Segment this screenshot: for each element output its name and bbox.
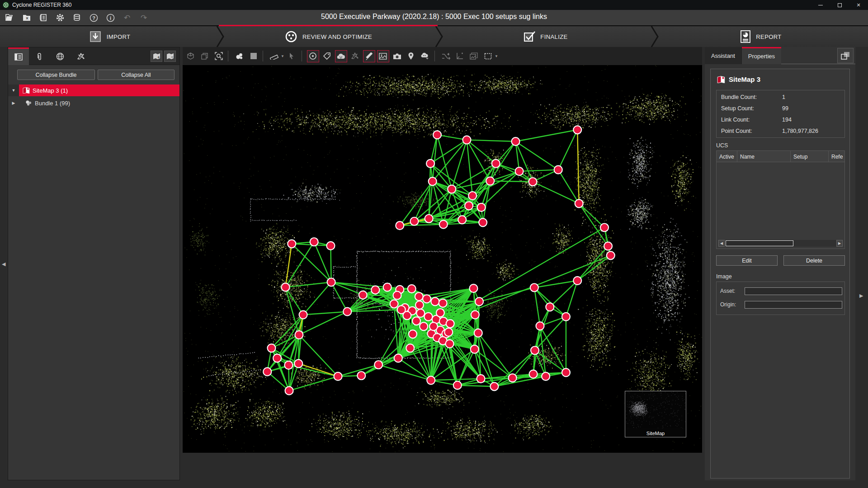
edit-button[interactable]: Edit xyxy=(716,255,778,266)
remove-sitemap-button[interactable]: − xyxy=(164,51,176,62)
storage-database-icon[interactable] xyxy=(70,11,84,24)
origin-input[interactable] xyxy=(745,301,842,309)
workflow-tabbar: IMPORT REVIEW AND OPTIMIZE FINALIZE REPO… xyxy=(0,26,868,47)
property-label: Setup Count: xyxy=(721,105,754,112)
delete-button[interactable]: Delete xyxy=(783,255,845,266)
view-3d-icon[interactable] xyxy=(184,50,197,62)
scroll-left-icon[interactable]: ◀ xyxy=(718,240,725,247)
add-sitemap-button[interactable]: + xyxy=(151,51,162,62)
chevron-divider xyxy=(216,26,225,47)
copy-view-icon[interactable] xyxy=(198,50,211,62)
sitemap-book-icon xyxy=(717,76,725,83)
tab-report[interactable]: REPORT xyxy=(653,26,868,47)
redo-icon[interactable]: ↷ xyxy=(137,11,151,24)
measure-ruler-icon[interactable] xyxy=(268,50,280,62)
property-value: 1 xyxy=(782,94,785,100)
close-button[interactable]: ✕ xyxy=(849,0,868,10)
ucs-column-active[interactable]: Active xyxy=(717,151,737,162)
tab-review-and-optimize[interactable]: REVIEW AND OPTIMIZE xyxy=(219,26,438,47)
marquee-select-icon[interactable] xyxy=(482,50,494,62)
image-view-icon[interactable] xyxy=(377,50,389,62)
tab-properties[interactable]: Properties xyxy=(742,47,781,64)
tag-annotation-icon[interactable] xyxy=(321,50,333,62)
asset-input[interactable] xyxy=(745,287,842,295)
tab-attachments[interactable] xyxy=(29,47,50,65)
report-doc-icon xyxy=(740,30,751,43)
sitemap-viewport[interactable]: ▼ xyxy=(183,47,702,453)
popout-panel-button[interactable] xyxy=(837,48,854,63)
origin-label: Origin: xyxy=(720,301,736,308)
bundle-view-icon[interactable] xyxy=(233,50,245,62)
settings-gear-icon[interactable] xyxy=(53,11,67,24)
image-section-title: Image xyxy=(716,273,732,280)
add-ucs-icon[interactable] xyxy=(454,50,466,62)
project-explorer-icon xyxy=(14,53,23,61)
minimize-button[interactable] xyxy=(811,0,830,10)
screenshot-camera-icon[interactable] xyxy=(391,50,403,62)
selection-title: SiteMap 3 xyxy=(729,75,760,83)
check-box-icon xyxy=(523,30,536,43)
svg-text:×: × xyxy=(26,16,28,21)
tree-item-label: Bundle 1 (99) xyxy=(35,100,70,107)
title-bar: Cyclone REGISTER 360 ✕ xyxy=(0,0,868,10)
select-pointer-icon[interactable] xyxy=(286,50,298,62)
ucs-horizontal-scrollbar[interactable]: ◀ ▶ xyxy=(718,240,843,247)
about-info-icon[interactable]: i xyxy=(104,11,117,24)
cloud-view-icon[interactable] xyxy=(335,50,347,62)
cloud-options-icon[interactable] xyxy=(419,50,431,62)
undo-icon[interactable]: ↶ xyxy=(120,11,134,24)
expander-icon[interactable]: ▶ xyxy=(8,97,19,109)
scrollbar-thumb[interactable] xyxy=(726,240,793,246)
network-graph-icon xyxy=(77,52,85,61)
help-icon[interactable]: ? xyxy=(87,11,100,24)
network-links-icon[interactable] xyxy=(349,50,361,62)
project-log-icon[interactable] xyxy=(37,11,50,24)
thumbnail-canvas xyxy=(625,391,686,428)
maximize-button[interactable] xyxy=(830,0,849,10)
ucs-table: Active Name Setup Refe ◀ ▶ xyxy=(716,150,845,249)
tab-review-label: REVIEW AND OPTIMIZE xyxy=(302,33,372,40)
scroll-right-icon[interactable]: ▶ xyxy=(836,240,843,247)
open-project-icon[interactable] xyxy=(3,11,17,24)
tab-web-globe[interactable] xyxy=(50,47,71,65)
close-project-icon[interactable]: × xyxy=(20,11,33,24)
tab-network-graph[interactable] xyxy=(71,47,91,65)
copy-image-icon[interactable] xyxy=(468,50,480,62)
tab-assistant[interactable]: Assistant xyxy=(705,47,742,64)
pointcloud-canvas[interactable] xyxy=(183,65,702,453)
tab-finalize[interactable]: FINALIZE xyxy=(438,26,653,47)
fill-square-icon[interactable] xyxy=(247,50,259,62)
cyclone-logo-icon xyxy=(2,1,9,9)
scrollbar-track[interactable] xyxy=(725,240,836,247)
chevron-divider xyxy=(435,26,444,47)
draw-link-icon[interactable] xyxy=(363,50,375,62)
setup-marker-icon[interactable] xyxy=(307,50,319,62)
zoom-region-icon[interactable] xyxy=(212,50,225,62)
remove-sitemap-icon: − xyxy=(166,53,174,60)
expander-icon[interactable]: ▼ xyxy=(8,84,19,96)
app-title: Cyclone REGISTER 360 xyxy=(12,2,71,8)
collapse-all-button[interactable]: Collapse All xyxy=(98,70,175,80)
web-globe-icon xyxy=(56,52,64,61)
ucs-column-setup[interactable]: Setup xyxy=(791,151,829,162)
thumbnail-label: SiteMap xyxy=(625,431,686,436)
tab-project-explorer[interactable] xyxy=(8,47,29,65)
property-label: Bundle Count: xyxy=(721,94,757,100)
marquee-dropdown-caret[interactable]: ▼ xyxy=(495,54,498,58)
tab-import[interactable]: IMPORT xyxy=(0,26,219,47)
ruler-dropdown-caret[interactable]: ▼ xyxy=(281,54,284,58)
layered-windows-icon xyxy=(841,52,850,60)
sitemap-thumbnail[interactable]: SiteMap xyxy=(625,391,686,437)
ucs-column-reference[interactable]: Refe xyxy=(829,151,844,162)
tree-item-sitemap[interactable]: ▼ SiteMap 3 (1) xyxy=(8,84,179,96)
collapse-bundle-button[interactable]: Collapse Bundle xyxy=(17,70,95,80)
properties-content: SiteMap 3 Bundle Count:1 Setup Count:99 … xyxy=(710,69,850,479)
ucs-column-name[interactable]: Name xyxy=(737,151,791,162)
geotag-pin-icon[interactable] xyxy=(405,50,417,62)
collapse-left-panel-arrow[interactable]: ◀ xyxy=(2,261,5,267)
tree-item-bundle[interactable]: ▶ Bundle 1 (99) xyxy=(8,97,179,109)
swap-links-icon[interactable] xyxy=(440,50,452,62)
property-grid: Bundle Count:1 Setup Count:99 Link Count… xyxy=(716,90,845,138)
collapse-right-panel-arrow[interactable]: ▶ xyxy=(859,293,863,299)
ucs-section-title: UCS xyxy=(716,142,728,149)
